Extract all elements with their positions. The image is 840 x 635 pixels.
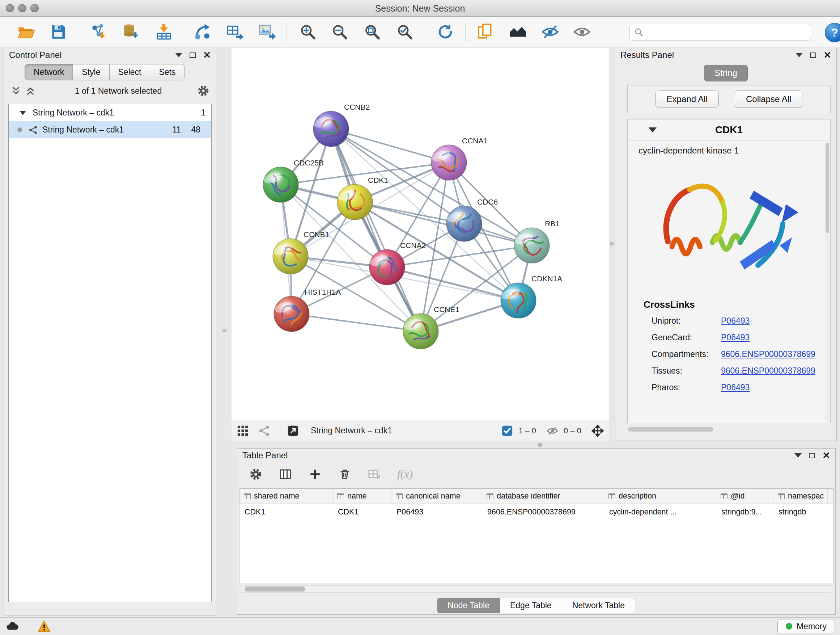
open-session-button[interactable] (15, 21, 36, 42)
results-horizontal-scrollbar[interactable] (627, 427, 831, 432)
control-tab-sets[interactable]: Sets (150, 64, 185, 80)
float-panel-icon[interactable] (809, 453, 815, 458)
close-panel-icon[interactable]: ✕ (823, 51, 831, 59)
cloud-status-icon[interactable] (5, 619, 19, 633)
network-node-CCNA2[interactable] (369, 249, 405, 285)
network-node-CCNB2[interactable] (313, 111, 349, 147)
control-tab-style[interactable]: Style (73, 64, 109, 80)
hidden-eye-slash-icon[interactable] (546, 424, 559, 437)
crosslink-link[interactable]: 9606.ENSP00000378699 (721, 349, 815, 359)
crosslink-link[interactable]: P06493 (721, 383, 750, 393)
zoom-selected-button[interactable] (394, 21, 415, 42)
results-vertical-scrollbar[interactable] (825, 142, 829, 421)
network-node-CCNB1[interactable] (272, 239, 308, 274)
network-row[interactable]: String Network – cdk1 11 48 (9, 121, 211, 138)
table-tab-edge-table[interactable]: Edge Table (500, 598, 562, 613)
splitter-handle[interactable] (223, 329, 226, 333)
select-columns-icon[interactable] (279, 467, 292, 481)
table-cell[interactable]: CDK1 (240, 508, 333, 516)
share-view-icon[interactable] (258, 424, 271, 437)
save-session-button[interactable] (48, 21, 69, 42)
float-panel-icon[interactable] (810, 52, 816, 58)
column-header-name[interactable]: name (333, 489, 392, 504)
panel-menu-icon[interactable] (794, 453, 802, 458)
import-network-from-database-button[interactable] (120, 21, 141, 42)
grid-view-icon[interactable] (237, 424, 249, 437)
memory-button[interactable]: Memory (777, 619, 835, 634)
network-collection-row[interactable]: String Network – cdk1 1 (9, 104, 211, 121)
export-image-button[interactable] (256, 21, 277, 42)
import-table-from-file-button[interactable] (153, 21, 174, 42)
table-cell[interactable]: cyclin-dependent ... (604, 508, 716, 516)
collapse-all-chevron-icon[interactable] (11, 86, 21, 96)
column-header-database-identifier[interactable]: database identifier (482, 489, 604, 504)
home-button[interactable] (507, 21, 528, 42)
panel-menu-icon[interactable] (796, 53, 803, 57)
network-edge-CCNB2-CCNE1[interactable] (331, 129, 421, 331)
network-options-gear-icon[interactable] (197, 85, 210, 97)
column-header-namespac[interactable]: namespac (774, 489, 828, 504)
splitter-handle[interactable] (610, 242, 614, 245)
show-all-button[interactable] (572, 21, 592, 42)
panel-menu-icon[interactable] (175, 53, 182, 57)
delete-column-trash-icon[interactable] (338, 467, 352, 481)
network-node-CCNE1[interactable] (403, 314, 439, 349)
control-tab-select[interactable]: Select (109, 64, 150, 80)
export-table-button[interactable] (224, 21, 245, 42)
crosslink-link[interactable]: 9606.ENSP00000378699 (721, 366, 815, 376)
zoom-in-button[interactable] (297, 21, 318, 42)
network-node-CCNA1[interactable] (431, 145, 467, 180)
network-node-CDC6[interactable] (446, 206, 482, 241)
expand-all-button[interactable]: Expand All (655, 90, 719, 108)
network-canvas[interactable]: CCNB2CCNA1CDC25BCDK1CDC6RB1CCNB1CCNA2CDK… (232, 48, 609, 420)
scrollbar-thumb[interactable] (245, 586, 305, 592)
column-header-description[interactable]: description (604, 489, 716, 504)
close-panel-icon[interactable]: ✕ (822, 452, 830, 459)
new-network-button[interactable] (193, 21, 213, 42)
network-node-CDC25B[interactable] (263, 167, 298, 203)
table-cell[interactable]: 9606.ENSP00000378699 (482, 508, 604, 516)
crosslink-link[interactable]: P06493 (721, 333, 750, 342)
refresh-layout-button[interactable] (435, 21, 456, 42)
table-cell[interactable]: stringdb:9... (716, 508, 774, 516)
column-header-shared-name[interactable]: shared name (240, 489, 333, 504)
network-node-RB1[interactable] (514, 228, 549, 263)
column-header-canonical-name[interactable]: canonical name (392, 489, 482, 504)
table-row[interactable]: CDK1CDK1P064939606.ENSP00000378699cyclin… (240, 504, 833, 520)
network-node-CDKN1A[interactable] (500, 283, 536, 318)
import-network-from-file-button[interactable] (88, 21, 109, 42)
network-edge-HIST1H1A-CCNE1[interactable] (292, 314, 421, 331)
collection-expander-icon[interactable] (19, 111, 26, 115)
column-header--id[interactable]: @id (716, 489, 774, 504)
close-panel-icon[interactable]: ✕ (203, 51, 211, 59)
warning-icon[interactable] (37, 619, 51, 633)
control-tab-network[interactable]: Network (25, 64, 73, 80)
add-column-plus-icon[interactable] (308, 467, 322, 481)
zoom-out-button[interactable] (329, 21, 350, 42)
splitter-handle[interactable] (538, 443, 542, 447)
scrollbar-thumb[interactable] (628, 427, 714, 432)
results-tab-string[interactable]: String (704, 65, 748, 81)
table-cell[interactable]: P06493 (392, 508, 482, 516)
open-in-new-window-icon[interactable] (287, 424, 299, 437)
table-tab-network-table[interactable]: Network Table (562, 598, 635, 613)
selected-checkbox-icon[interactable] (501, 424, 513, 437)
help-button[interactable]: ? (825, 23, 840, 42)
table-settings-gear-icon[interactable] (249, 467, 263, 481)
table-cell[interactable]: CDK1 (333, 508, 392, 516)
expand-all-chevron-icon[interactable] (25, 86, 36, 96)
protein-expander-icon[interactable] (649, 127, 657, 133)
network-node-HIST1H1A[interactable] (273, 296, 309, 332)
table-cell[interactable]: stringdb (774, 508, 828, 516)
scrollbar-thumb[interactable] (826, 143, 829, 233)
zoom-fit-button[interactable] (362, 21, 383, 42)
network-node-CDK1[interactable] (337, 184, 373, 220)
float-panel-icon[interactable] (189, 52, 196, 58)
table-tab-node-table[interactable]: Node Table (437, 598, 500, 613)
crosslink-link[interactable]: P06493 (721, 316, 750, 326)
collapse-all-button[interactable]: Collapse All (735, 90, 802, 108)
hide-selected-button[interactable] (540, 21, 561, 42)
table-horizontal-scrollbar[interactable] (239, 585, 834, 593)
search-input[interactable] (646, 27, 806, 37)
copy-document-button[interactable] (475, 21, 496, 42)
